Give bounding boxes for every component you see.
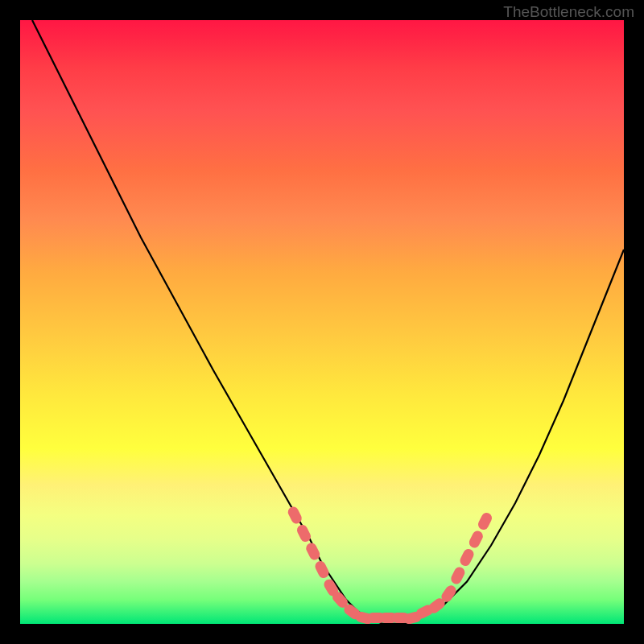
plot-gradient-background <box>20 20 624 624</box>
chart-container: TheBottleneck.com <box>0 0 644 644</box>
watermark-text: TheBottleneck.com <box>503 3 634 21</box>
